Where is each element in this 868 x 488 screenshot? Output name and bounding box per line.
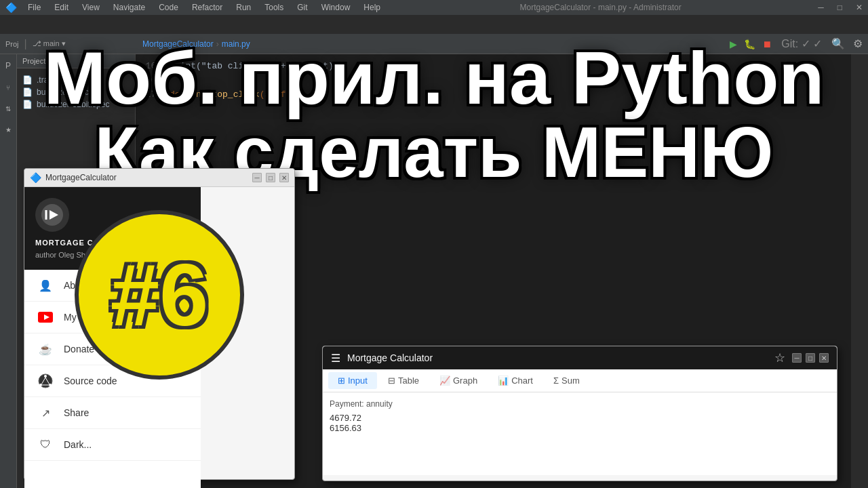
- right-window-close[interactable]: ✕: [819, 353, 829, 363]
- file-item[interactable]: 📄 .travis.yml: [17, 74, 135, 86]
- code-line-169: 169: [141, 74, 846, 88]
- left-window-titlebar: 🔷 MortgageCalculator ─ □ ✕: [24, 169, 294, 187]
- svg-point-6: [44, 375, 47, 378]
- favorite-star-icon[interactable]: ☆: [774, 350, 785, 365]
- file-icon-buildozer: 📄: [22, 87, 33, 97]
- sidebar-pull-icon[interactable]: ⇅: [5, 105, 11, 113]
- sidebar-favorites-icon[interactable]: ★: [5, 126, 12, 134]
- code-content: print("tab clicked! "+tab_text): [170, 60, 334, 74]
- right-window-titlebar: ☰ Mortgage Calculator ☆ ─ □ ✕: [323, 346, 837, 369]
- code-line-168: 168 print("tab clicked! "+tab_text): [141, 60, 846, 74]
- youtube-icon: [38, 310, 53, 325]
- file-name-travis: .travis.yml: [37, 75, 73, 85]
- left-window-title: 🔷 MortgageCalculator: [30, 172, 117, 183]
- dark-mode-icon: 🛡: [38, 437, 53, 452]
- app-tabs: ⊞ Input ⊟ Table 📈 Graph 📊 Chart Σ Sum: [323, 369, 837, 392]
- left-window-minimize[interactable]: ─: [252, 173, 262, 182]
- file-icon-travis: 📄: [22, 75, 33, 85]
- menu-view[interactable]: View: [79, 1, 102, 14]
- about-icon: 👤: [38, 278, 53, 293]
- right-app-window: ☰ Mortgage Calculator ☆ ─ □ ✕ ⊞ Input ⊟ …: [322, 346, 837, 481]
- window-minimize[interactable]: ─: [818, 3, 824, 12]
- menu-refactor[interactable]: Refactor: [189, 1, 225, 14]
- file-name-buildozer: buildozer.spec: [37, 87, 89, 97]
- breadcrumb-sep: ›: [216, 39, 219, 49]
- toolbar-project: Proj: [5, 40, 19, 48]
- drawer-item-share-label: Share: [64, 407, 89, 418]
- menu-git[interactable]: Git: [294, 1, 310, 14]
- menu-file[interactable]: File: [25, 1, 43, 14]
- menu-navigate[interactable]: Navigate: [111, 1, 148, 14]
- app-content: Payment: annuity 4679.72 6156.63: [323, 392, 837, 475]
- right-window-controls: ─ □ ✕: [792, 353, 829, 363]
- table-tab-icon: ⊟: [388, 375, 395, 386]
- line-number: 168: [141, 60, 161, 74]
- graph-tab-label: Graph: [453, 375, 477, 386]
- debug-button[interactable]: 🐛: [744, 39, 755, 49]
- sidebar-commit-icon[interactable]: ⑂: [6, 84, 10, 92]
- line-number: 169: [141, 74, 161, 88]
- chart-tab-icon: 📊: [498, 375, 509, 386]
- left-window-controls: ─ □ ✕: [252, 173, 289, 182]
- toolbar-git: Git: ✓ ✓: [781, 37, 822, 50]
- svg-point-7: [39, 384, 42, 386]
- svg-point-8: [49, 384, 52, 386]
- left-window-maximize[interactable]: □: [266, 173, 275, 182]
- left-window-app-icon: 🔷: [30, 172, 41, 183]
- file-item[interactable]: 📄 buildozer.spec: [17, 86, 135, 98]
- tab-input[interactable]: ⊞ Input: [328, 372, 377, 389]
- menu-code[interactable]: Code: [156, 1, 181, 14]
- table-tab-label: Table: [398, 375, 419, 386]
- ide-app-icon: 🔷: [5, 2, 17, 13]
- value-row-2: 6156.63: [330, 423, 830, 433]
- right-window-title-text: Mortgage Calculator: [347, 352, 433, 363]
- ide-menubar: 🔷 File Edit View Navigate Code Refactor …: [0, 0, 868, 15]
- menu-tools[interactable]: Tools: [262, 1, 286, 14]
- code-line-170: 170 def on_stop_click(self):: [141, 88, 846, 102]
- tab-sum[interactable]: Σ Sum: [544, 372, 589, 389]
- left-window-close[interactable]: ✕: [279, 173, 289, 182]
- sum-tab-label: Sum: [561, 375, 580, 386]
- tab-chart[interactable]: 📊 Chart: [488, 372, 542, 389]
- window-close[interactable]: ✕: [856, 3, 863, 12]
- breadcrumb-file[interactable]: main.py: [222, 39, 250, 49]
- drawer-item-source-label: Source code: [64, 375, 117, 386]
- drawer-logo: [35, 198, 69, 232]
- menu-window[interactable]: Window: [319, 1, 353, 14]
- file-icon-buildozer32: 📄: [22, 100, 33, 109]
- right-window-maximize[interactable]: □: [806, 353, 815, 363]
- right-window-title: ☰ Mortgage Calculator: [331, 352, 433, 365]
- ide-left-strip: P ⑂ ⇅ ★: [0, 54, 17, 488]
- donate-icon: ☕: [38, 342, 53, 357]
- search-icon[interactable]: 🔍: [831, 37, 845, 50]
- window-maximize[interactable]: □: [837, 3, 842, 12]
- ide-toolbar: Proj | ⎇ main ▾ ▶ 🐛 ⏹ Git: ✓ ✓ 🔍 ⚙: [0, 34, 868, 54]
- file-panel-header: Project: [17, 54, 135, 68]
- drawer-item-share[interactable]: ↗ Share: [24, 397, 201, 429]
- file-name-buildozer32: buildozer-32bit.spec: [37, 100, 109, 109]
- menu-run[interactable]: Run: [233, 1, 254, 14]
- episode-badge: #6: [75, 210, 244, 380]
- menu-edit[interactable]: Edit: [52, 1, 71, 14]
- stop-button[interactable]: ⏹: [762, 39, 772, 49]
- graph-tab-icon: 📈: [439, 375, 450, 386]
- tab-table[interactable]: ⊟ Table: [378, 372, 429, 389]
- sidebar-project-icon[interactable]: P: [5, 61, 11, 70]
- breadcrumb-project[interactable]: MortgageCalculator: [142, 39, 214, 49]
- drawer-item-dark-label: Dark...: [64, 439, 92, 450]
- input-tab-label: Input: [348, 375, 368, 386]
- toolbar-branch: ⎇ main ▾: [33, 39, 66, 48]
- hamburger-icon[interactable]: ☰: [331, 352, 340, 365]
- left-window-title-text: MortgageCalculator: [45, 173, 117, 182]
- right-window-minimize[interactable]: ─: [792, 353, 802, 363]
- tab-graph[interactable]: 📈 Graph: [430, 372, 487, 389]
- settings-icon[interactable]: ⚙: [853, 37, 863, 50]
- run-button[interactable]: ▶: [730, 39, 737, 49]
- ide-breadcrumb: MortgageCalculator › main.py: [136, 34, 257, 54]
- menu-help[interactable]: Help: [361, 1, 383, 14]
- file-item[interactable]: 📄 buildozer-32bit.spec: [17, 98, 135, 110]
- ide-title: MortgageCalculator - main.py - Administr…: [391, 3, 810, 12]
- input-tab-icon: ⊞: [338, 375, 345, 386]
- chart-tab-label: Chart: [511, 375, 533, 386]
- drawer-item-dark[interactable]: 🛡 Dark...: [24, 429, 201, 461]
